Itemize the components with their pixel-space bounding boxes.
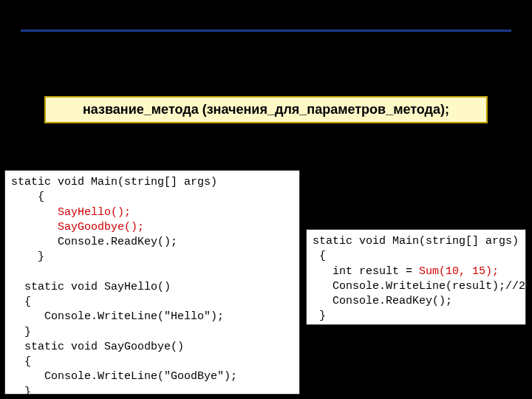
code-call-sayhello: SayHello(); bbox=[58, 206, 131, 219]
code-indent bbox=[11, 221, 58, 233]
code-line: } bbox=[313, 310, 326, 322]
code-line: static void SayHello() bbox=[11, 281, 171, 293]
code-line: Console.WriteLine("GoodBye"); bbox=[11, 370, 237, 383]
code-line: static void Main(string[] args) bbox=[313, 235, 519, 248]
code-line: static void Main(string[] args) bbox=[11, 176, 217, 188]
code-example-left: static void Main(string[] args) { SayHel… bbox=[4, 170, 300, 395]
code-call-saygoodbye: SayGoodbye(); bbox=[58, 221, 144, 233]
code-line: Console.WriteLine(result);//25 bbox=[313, 280, 532, 293]
code-indent bbox=[11, 206, 58, 219]
code-example-right: static void Main(string[] args) { int re… bbox=[306, 229, 526, 325]
code-line: Console.ReadKey(); bbox=[11, 236, 177, 248]
divider-line bbox=[21, 30, 511, 32]
code-line: Console.WriteLine("Hello"); bbox=[11, 310, 224, 323]
code-line: } bbox=[11, 250, 44, 263]
code-indent: int result = bbox=[313, 265, 419, 278]
code-line: } bbox=[11, 386, 31, 398]
code-line: static void SayGoodbye() bbox=[11, 341, 184, 353]
code-call-sum: Sum(10, 15); bbox=[419, 265, 499, 278]
code-line: { bbox=[11, 191, 44, 203]
code-line: { bbox=[11, 355, 31, 368]
code-line: { bbox=[313, 250, 326, 262]
code-line: } bbox=[11, 326, 31, 338]
code-line: { bbox=[11, 296, 31, 308]
code-line: Console.ReadKey(); bbox=[313, 295, 452, 307]
syntax-callout: название_метода (значения_для_параметров… bbox=[44, 96, 488, 123]
